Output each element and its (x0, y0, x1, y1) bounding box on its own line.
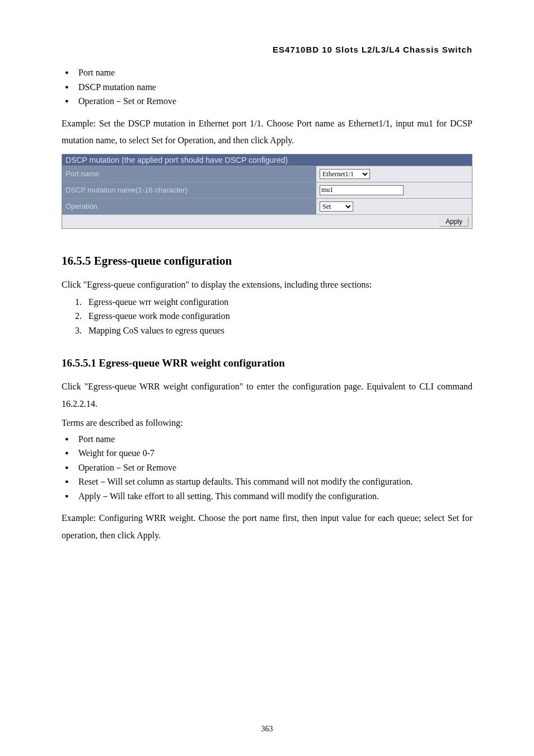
intro-bullet-list: Port name DSCP mutation name Operation－S… (62, 65, 472, 109)
portname-label: Port name (62, 166, 316, 182)
example-paragraph: Example: Set the DSCP mutation in Ethern… (62, 115, 472, 149)
list-item: DSCP mutation name (78, 80, 472, 95)
dscp-mutation-form: DSCP mutation (the applied port should h… (62, 154, 472, 229)
list-item: Egress-queue wrr weight configuration (84, 295, 472, 309)
mutation-name-input[interactable] (320, 185, 404, 195)
wrr-example-paragraph: Example: Configuring WRR weight. Choose … (62, 510, 472, 544)
list-item: Reset－Will set column as startup default… (78, 475, 472, 489)
mutation-name-label: DSCP mutation name(1-16 character) (62, 182, 316, 198)
form-title: DSCP mutation (the applied port should h… (62, 154, 472, 166)
page-number: 363 (0, 725, 534, 734)
list-item: Weight for queue 0-7 (78, 446, 472, 461)
list-item: Apply－Will take effort to all setting. T… (78, 489, 472, 504)
section-intro: Click "Egress-queue configuration" to di… (62, 278, 472, 292)
terms-bullet-list: Port name Weight for queue 0-7 Operation… (62, 432, 472, 504)
list-item: Egress-queue work mode configuration (84, 309, 472, 323)
portname-select[interactable]: Ethernet1/1 (320, 169, 370, 179)
egress-sections-list: Egress-queue wrr weight configuration Eg… (62, 295, 472, 338)
section-heading-16551: 16.5.5.1 Egress-queue WRR weight configu… (62, 357, 472, 369)
list-item: Port name (78, 432, 472, 447)
subsection-para: Click "Egress-queue WRR weight configura… (62, 378, 472, 412)
list-item: Mapping CoS values to egress queues (84, 323, 472, 338)
operation-label: Operation (62, 198, 316, 214)
list-item: Port name (78, 65, 472, 80)
page-header-title: ES4710BD 10 Slots L2/L3/L4 Chassis Switc… (62, 45, 472, 54)
list-item: Operation－Set or Remove (78, 461, 472, 475)
operation-select[interactable]: Set (320, 201, 353, 212)
section-heading-1655: 16.5.5 Egress-queue configuration (62, 254, 472, 268)
list-item: Operation－Set or Remove (78, 94, 472, 109)
terms-intro: Terms are described as following: (62, 417, 472, 429)
apply-button[interactable]: Apply (439, 217, 469, 227)
